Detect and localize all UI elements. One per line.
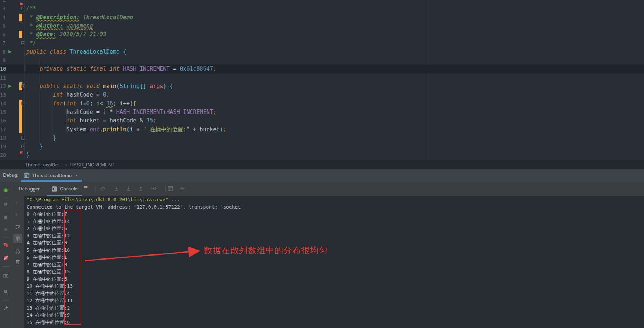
line-number: 18	[0, 134, 6, 142]
toolbar-separator	[165, 185, 166, 192]
code-line: 17 System.out.println(i + " 在桶中的位置:" + b…	[0, 125, 644, 134]
code-line: 6 * @Date: 2020/5/7 21:03	[0, 30, 644, 39]
fold-icon[interactable]: -	[21, 136, 25, 140]
toolbar-separator	[2, 300, 10, 301]
console-line: 13 在桶中的位置:2	[24, 304, 644, 312]
bookmark-flag-icon[interactable]	[19, 151, 24, 157]
code-line: 13 int hashCode = 0;	[0, 91, 644, 99]
code-line: 3/**	[0, 4, 644, 13]
pause-icon[interactable]	[3, 214, 9, 222]
step-over-icon[interactable]	[100, 186, 106, 193]
code-line: 14 for(int i=0; i< 16; i++){	[0, 99, 644, 108]
ide-window: 23/**4 * @Description: ThreadLocalDemo5 …	[0, 0, 644, 328]
line-number: 9	[0, 56, 6, 65]
code-line: 2	[0, 0, 644, 4]
line-number: 3	[0, 4, 6, 13]
step-into-icon[interactable]	[114, 186, 120, 193]
console-line: 3 在桶中的位置:12	[24, 232, 644, 240]
line-number: 12	[0, 82, 6, 91]
toolbar-separator	[2, 197, 10, 197]
console-line: 11 在桶中的位置:4	[24, 290, 644, 297]
prev-occurrence-icon[interactable]: ↑	[16, 200, 18, 206]
line-number: 16	[0, 116, 6, 125]
console-tab-icon	[51, 186, 57, 192]
code-line: 8public class ThreadLocalDemo {	[0, 48, 644, 56]
soft-wrap-icon[interactable]	[15, 224, 21, 231]
vcs-change-bar	[19, 14, 22, 21]
line-number: 13	[0, 91, 6, 99]
bookmark-flag-icon[interactable]	[19, 2, 24, 9]
scroll-to-end-icon[interactable]	[15, 236, 21, 243]
code-line: 12 public static void main(String[] args…	[0, 82, 644, 91]
console-line: 14 在桶中的位置:9	[24, 311, 644, 319]
line-number: 14	[0, 99, 6, 108]
breadcrumb-item[interactable]: ThreadLocalDe...	[25, 162, 62, 168]
line-number: 5	[0, 22, 6, 30]
run-gutter-icon[interactable]: ▶	[8, 50, 11, 54]
debug-view-tabbar: DebuggerConsole≡	[12, 182, 644, 196]
debug-session-tab[interactable]: ThreadLocalDemo ×	[21, 169, 82, 182]
line-number: 19	[0, 142, 6, 151]
debug-session-tab-icon	[24, 173, 30, 179]
toolbar-separator	[95, 185, 96, 192]
toolbar-separator	[2, 266, 10, 267]
console-output[interactable]: "C:\Program Files\Java\jdk1.8.0_201\bin\…	[24, 196, 644, 328]
line-number: 20	[0, 151, 6, 159]
console-line: 6 在桶中的位置:1	[24, 254, 644, 261]
next-occurrence-icon[interactable]: ↓	[16, 210, 18, 216]
clear-all-icon[interactable]	[15, 259, 21, 266]
fold-icon[interactable]: -	[21, 102, 25, 105]
tab-label: Console	[60, 186, 78, 192]
debug-label: Debug:	[3, 172, 18, 178]
indent-guide	[53, 92, 53, 142]
force-step-into-icon[interactable]	[126, 186, 132, 193]
thread-dump-icon[interactable]	[3, 273, 9, 280]
evaluate-expression-icon[interactable]	[167, 186, 173, 193]
tab-debugger[interactable]: Debugger	[14, 182, 44, 196]
step-out-icon[interactable]	[138, 186, 144, 193]
line-number: 10	[0, 65, 6, 73]
fold-icon[interactable]: -	[21, 41, 25, 45]
fold-icon[interactable]: -	[21, 145, 25, 148]
view-breakpoints-icon[interactable]	[3, 242, 9, 249]
console-line: 1 在桶中的位置:14	[24, 218, 644, 225]
code-line: 16 int bucket = hashCode & 15;	[0, 116, 644, 125]
console-line: 5 在桶中的位置:10	[24, 247, 644, 254]
indent-guide	[40, 58, 40, 151]
console-line: 2 在桶中的位置:5	[24, 225, 644, 232]
run-gutter-icon[interactable]: ▶	[8, 84, 11, 88]
layout-settings-icon[interactable]	[180, 186, 185, 193]
line-number: 2	[0, 0, 6, 4]
run-to-cursor-icon[interactable]	[150, 186, 156, 193]
code-area[interactable]: 23/**4 * @Description: ThreadLocalDemo5 …	[0, 0, 644, 160]
code-line: 20}	[0, 151, 644, 159]
stop-icon[interactable]	[3, 227, 9, 234]
mute-breakpoints-icon[interactable]	[3, 255, 9, 262]
code-line: 5 * @Author: wangmeng	[0, 22, 644, 30]
code-line: 18 }	[0, 134, 644, 142]
line-number: 15	[0, 108, 6, 116]
line-number: 11	[0, 74, 6, 82]
toolbar-separator	[2, 284, 10, 284]
console-line: 4 在桶中的位置:3	[24, 239, 644, 247]
debug-session-tab-title: ThreadLocalDemo	[32, 173, 72, 178]
settings-gear-icon[interactable]	[3, 289, 9, 297]
line-number: 4	[0, 13, 6, 22]
pin-icon[interactable]	[3, 305, 9, 312]
print-icon[interactable]	[15, 249, 21, 256]
code-editor[interactable]: 23/**4 * @Description: ThreadLocalDemo5 …	[0, 0, 644, 160]
tab-console[interactable]: Console	[47, 182, 82, 196]
rerun-debug-icon[interactable]	[3, 187, 9, 195]
console-line: 7 在桶中的位置:8	[24, 261, 644, 268]
console-line: 12 在桶中的位置:11	[24, 297, 644, 304]
console-line: Connected to the target VM, address: '12…	[24, 203, 644, 211]
line-number: 17	[0, 125, 6, 134]
code-line: 15 hashCode = i * HASH_INCREMENT+HASH_IN…	[0, 108, 644, 116]
resume-icon[interactable]	[3, 201, 9, 209]
close-tab-icon[interactable]: ×	[75, 173, 78, 178]
console-line: "C:\Program Files\Java\jdk1.8.0_201\bin\…	[24, 196, 644, 203]
breadcrumb-separator: ›	[65, 162, 67, 168]
fold-icon[interactable]: -	[21, 84, 25, 88]
breadcrumb-item[interactable]: HASH_INCREMENT	[70, 162, 115, 168]
options-menu-icon[interactable]: ≡	[84, 184, 88, 192]
